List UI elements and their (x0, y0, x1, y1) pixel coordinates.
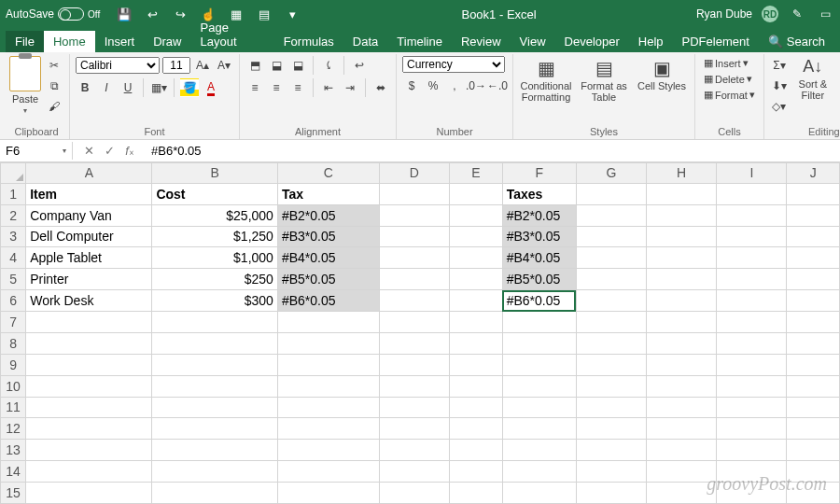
cell-B9[interactable] (152, 354, 277, 375)
cell-B13[interactable] (152, 440, 277, 461)
col-header-B[interactable]: B (152, 163, 277, 184)
cell-C7[interactable] (277, 312, 379, 333)
align-bottom-icon[interactable]: ⬓ (288, 56, 307, 75)
font-name-select[interactable]: Calibri (76, 57, 160, 74)
cell-A11[interactable] (26, 397, 152, 418)
cell-D15[interactable] (379, 483, 449, 504)
cell-J10[interactable] (787, 375, 840, 397)
cell-H5[interactable] (647, 269, 717, 290)
cell-A4[interactable]: Apple Tablet (26, 247, 152, 269)
cell-D12[interactable] (379, 418, 449, 440)
cell-B11[interactable] (152, 397, 277, 418)
row-header-15[interactable]: 15 (1, 483, 26, 504)
borders-button[interactable]: ▦▾ (149, 78, 168, 97)
cell-J1[interactable] (787, 183, 840, 204)
indent-increase-icon[interactable]: ⇥ (341, 78, 359, 97)
cell-E2[interactable] (450, 204, 503, 226)
cell-I13[interactable] (717, 440, 787, 461)
cell-E8[interactable] (450, 332, 503, 354)
align-middle-icon[interactable]: ⬓ (267, 56, 286, 75)
format-as-table-button[interactable]: ▤ Format as Table (577, 56, 631, 105)
percent-icon[interactable]: % (424, 77, 442, 95)
autosave-toggle[interactable]: AutoSave Off (6, 7, 100, 21)
col-header-I[interactable]: I (717, 163, 787, 184)
cell-F11[interactable] (502, 397, 576, 418)
cell-F7[interactable] (502, 312, 576, 333)
cell-J2[interactable] (787, 204, 840, 226)
cell-C10[interactable] (277, 375, 379, 397)
underline-button[interactable]: U (119, 78, 137, 97)
cell-B15[interactable] (152, 483, 277, 504)
cell-J6[interactable] (787, 290, 840, 312)
cell-A9[interactable] (26, 354, 152, 375)
cell-C12[interactable] (277, 418, 379, 440)
row-header-6[interactable]: 6 (1, 290, 26, 312)
cell-F2[interactable]: #B2*0.05 (502, 204, 576, 226)
cell-B1[interactable]: Cost (152, 183, 277, 204)
cell-A1[interactable]: Item (26, 183, 152, 204)
tab-developer[interactable]: Developer (555, 31, 629, 52)
cell-G12[interactable] (576, 418, 646, 440)
cell-F10[interactable] (502, 375, 576, 397)
col-header-H[interactable]: H (647, 163, 717, 184)
wrap-text-icon[interactable]: ↩ (350, 56, 369, 75)
row-header-1[interactable]: 1 (1, 183, 26, 204)
cell-G6[interactable] (576, 290, 646, 312)
cell-E4[interactable] (450, 247, 503, 269)
sort-filter-button[interactable]: A↓ Sort & Filter (792, 56, 833, 103)
fx-icon[interactable]: fₓ (121, 144, 138, 158)
select-all-corner[interactable] (1, 163, 26, 184)
cell-C2[interactable]: #B2*0.05 (277, 204, 379, 226)
row-header-2[interactable]: 2 (1, 204, 26, 226)
more-icon[interactable]: ▾ (283, 5, 301, 23)
cell-B8[interactable] (152, 332, 277, 354)
cell-F14[interactable] (502, 461, 576, 483)
align-left-icon[interactable]: ≡ (245, 78, 264, 97)
bold-button[interactable]: B (76, 78, 94, 97)
cell-E11[interactable] (450, 397, 503, 418)
cell-J3[interactable] (787, 226, 840, 247)
cell-E14[interactable] (450, 461, 503, 483)
number-format-select[interactable]: Currency (402, 56, 505, 73)
tab-pdfelement[interactable]: PDFelement (673, 31, 759, 52)
cell-B10[interactable] (152, 375, 277, 397)
cancel-formula-icon[interactable]: ✕ (80, 144, 97, 158)
undo-icon[interactable]: ↩ (143, 5, 161, 23)
cell-F12[interactable] (502, 418, 576, 440)
row-header-14[interactable]: 14 (1, 461, 26, 483)
cell-G7[interactable] (576, 312, 646, 333)
cell-A7[interactable] (26, 312, 152, 333)
cell-A5[interactable]: Printer (26, 269, 152, 290)
cell-I7[interactable] (717, 312, 787, 333)
cell-D3[interactable] (379, 226, 449, 247)
row-header-12[interactable]: 12 (1, 418, 26, 440)
row-header-7[interactable]: 7 (1, 312, 26, 333)
cell-H8[interactable] (647, 332, 717, 354)
cell-F5[interactable]: #B5*0.05 (502, 269, 576, 290)
autosum-icon[interactable]: Σ▾ (770, 56, 789, 75)
cell-F3[interactable]: #B3*0.05 (502, 226, 576, 247)
row-header-5[interactable]: 5 (1, 269, 26, 290)
col-header-A[interactable]: A (26, 163, 152, 184)
cell-B4[interactable]: $1,000 (152, 247, 277, 269)
tab-draw[interactable]: Draw (144, 31, 190, 52)
cell-D14[interactable] (379, 461, 449, 483)
cell-G10[interactable] (576, 375, 646, 397)
worksheet[interactable]: ABCDEFGHIJ1ItemCostTaxTaxes2Company Van$… (0, 162, 840, 504)
copy-icon[interactable]: ⧉ (45, 77, 63, 95)
cell-D1[interactable] (379, 183, 449, 204)
cell-I6[interactable] (717, 290, 787, 312)
cell-C1[interactable]: Tax (277, 183, 379, 204)
col-header-J[interactable]: J (787, 163, 840, 184)
row-header-8[interactable]: 8 (1, 332, 26, 354)
cell-D13[interactable] (379, 440, 449, 461)
align-center-icon[interactable]: ≡ (267, 78, 286, 97)
cell-A15[interactable] (26, 483, 152, 504)
cell-I2[interactable] (717, 204, 787, 226)
cell-F9[interactable] (502, 354, 576, 375)
cell-H12[interactable] (647, 418, 717, 440)
cell-E9[interactable] (450, 354, 503, 375)
cell-D10[interactable] (379, 375, 449, 397)
merge-icon[interactable]: ⬌ (371, 78, 390, 97)
row-header-4[interactable]: 4 (1, 247, 26, 269)
